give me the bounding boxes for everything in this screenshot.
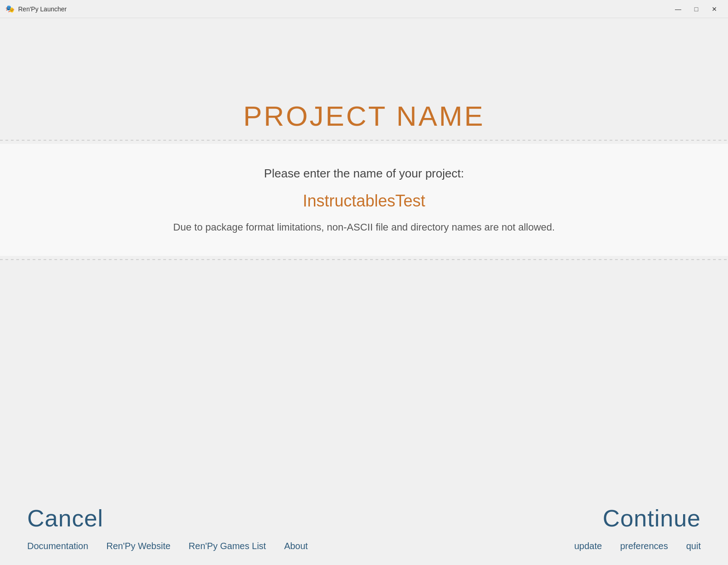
renpy-games-list-link[interactable]: Ren'Py Games List xyxy=(189,541,266,551)
footer-right-links: update preferences quit xyxy=(574,541,701,551)
window-controls: — □ ✕ xyxy=(670,3,723,15)
maximize-button[interactable]: □ xyxy=(688,3,704,15)
quit-link[interactable]: quit xyxy=(686,541,701,551)
footer-links: Documentation Ren'Py Website Ren'Py Game… xyxy=(0,541,728,565)
top-divider xyxy=(0,137,728,144)
action-row: Cancel Continue xyxy=(0,505,728,532)
minimize-button[interactable]: — xyxy=(670,3,686,15)
page-title-section: PROJECT NAME xyxy=(0,91,728,137)
content-box: Please enter the name of your project: D… xyxy=(0,144,728,256)
bottom-spacer xyxy=(0,263,728,505)
top-spacer xyxy=(0,18,728,91)
cancel-button[interactable]: Cancel xyxy=(27,505,103,532)
main-content: PROJECT NAME Please enter the name of yo… xyxy=(0,18,728,565)
title-bar: 🎭 Ren'Py Launcher — □ ✕ xyxy=(0,0,728,18)
app-icon: 🎭 xyxy=(5,5,15,14)
update-link[interactable]: update xyxy=(574,541,602,551)
documentation-link[interactable]: Documentation xyxy=(27,541,88,551)
preferences-link[interactable]: preferences xyxy=(620,541,668,551)
app-title: Ren'Py Launcher xyxy=(18,5,723,13)
close-button[interactable]: ✕ xyxy=(706,3,723,15)
continue-button[interactable]: Continue xyxy=(603,505,701,532)
bottom-divider xyxy=(0,256,728,263)
prompt-text: Please enter the name of your project: xyxy=(18,167,710,181)
project-name-input[interactable] xyxy=(88,192,641,211)
warning-text: Due to package format limitations, non-A… xyxy=(18,221,710,233)
page-title: PROJECT NAME xyxy=(0,100,728,132)
about-link[interactable]: About xyxy=(284,541,308,551)
renpy-website-link[interactable]: Ren'Py Website xyxy=(107,541,171,551)
footer-left-links: Documentation Ren'Py Website Ren'Py Game… xyxy=(27,541,308,551)
